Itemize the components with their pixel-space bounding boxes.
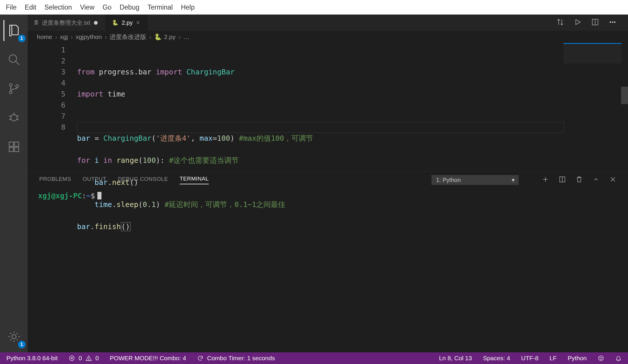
chevron-right-icon: › [71, 33, 73, 40]
svg-point-2 [9, 84, 12, 86]
activity-settings[interactable]: 1 [3, 326, 24, 347]
terminal-selector[interactable]: 1: Python [431, 175, 519, 185]
tab-file-1[interactable]: ≣ 进度条整理大全.txt [28, 15, 106, 31]
panel-tab-problems[interactable]: PROBLEMS [39, 176, 71, 184]
scrollbar-thumb[interactable] [621, 87, 628, 104]
menu-debug[interactable]: Debug [115, 3, 143, 11]
minimap[interactable] [563, 43, 622, 63]
status-encoding[interactable]: UTF-8 [521, 355, 539, 362]
status-error-count: 0 [78, 355, 82, 362]
breadcrumb-item[interactable]: 🐍2.py [154, 33, 176, 40]
status-eol[interactable]: LF [550, 355, 557, 362]
svg-point-33 [599, 356, 604, 361]
status-cursor-position[interactable]: Ln 8, Col 13 [439, 355, 472, 362]
breadcrumb-item[interactable]: … [183, 33, 190, 40]
editor-scrollbar[interactable] [622, 43, 628, 171]
status-indentation[interactable]: Spaces: 4 [483, 355, 510, 362]
svg-point-21 [614, 22, 615, 23]
breadcrumb-item[interactable]: home [37, 33, 52, 40]
activity-run-debug[interactable] [3, 107, 24, 128]
search-icon [8, 53, 20, 66]
code-line: import time [77, 89, 564, 100]
code-line: bar = ChargingBar('进度条4', max=100) #max的… [77, 133, 564, 144]
bug-icon [8, 111, 20, 124]
menu-terminal[interactable]: Terminal [143, 3, 177, 11]
gear-icon [8, 330, 20, 343]
maximize-panel-button[interactable] [593, 176, 600, 184]
status-warning-count: 0 [95, 355, 99, 362]
bell-icon [615, 355, 622, 362]
menu-file[interactable]: File [2, 3, 21, 11]
terminal-prompt-user: xgj@xgj-PC [38, 192, 82, 200]
breadcrumb: home› xgj› xgjpython› 进度条改进版› 🐍2.py› … [28, 31, 628, 43]
status-power-mode[interactable]: POWER MODE!!! Combo: 4 [110, 355, 186, 362]
run-button[interactable] [574, 18, 581, 27]
breadcrumb-item[interactable]: xgjpython [76, 33, 102, 40]
dirty-indicator-icon [94, 21, 98, 25]
ellipsis-icon [609, 18, 616, 26]
menu-help[interactable]: Help [177, 3, 199, 11]
status-combo-timer[interactable]: Combo Timer: 1 seconds [197, 355, 275, 362]
menu-go[interactable]: Go [99, 3, 116, 11]
line-number: 4 [28, 78, 65, 89]
svg-point-0 [9, 55, 17, 63]
line-number: 5 [28, 89, 65, 100]
current-line-highlight [77, 122, 564, 133]
code-line: bar.finish() [77, 221, 564, 232]
line-number: 3 [28, 67, 65, 78]
chevron-right-icon: › [149, 33, 151, 40]
svg-line-8 [17, 116, 19, 117]
status-problems[interactable]: 0 0 [69, 355, 99, 362]
line-number: 1 [28, 44, 65, 56]
chevron-right-icon: › [55, 33, 57, 40]
more-actions-button[interactable] [609, 18, 616, 27]
svg-point-15 [12, 335, 16, 339]
close-tab-icon[interactable]: × [136, 19, 140, 26]
files-icon [8, 24, 20, 37]
terminal-selector-label: 1: Python [436, 177, 461, 183]
editor-body[interactable]: 1 2 3 4 5 6 7 8 from progress.bar import… [28, 43, 628, 171]
split-icon [591, 18, 599, 26]
svg-rect-12 [9, 147, 13, 152]
close-panel-button[interactable] [609, 176, 616, 184]
svg-rect-11 [9, 142, 13, 147]
code-line: from progress.bar import ChargingBar [77, 67, 564, 78]
activity-search[interactable] [3, 49, 24, 70]
status-python-env[interactable]: Python 3.8.0 64-bit [6, 355, 58, 362]
close-icon [609, 176, 616, 183]
tab-file-2[interactable]: 🐍 2.py × [106, 15, 148, 31]
tab-label: 进度条整理大全.txt [42, 19, 90, 27]
chevron-right-icon: › [179, 33, 181, 40]
menu-bar: File Edit Selection View Go Debug Termin… [0, 0, 628, 15]
code-line [77, 111, 564, 122]
menu-selection[interactable]: Selection [40, 3, 76, 11]
svg-line-10 [17, 119, 19, 120]
breadcrumb-item[interactable]: 进度条改进版 [110, 33, 146, 41]
activity-extensions[interactable] [3, 136, 24, 157]
line-number: 6 [28, 100, 65, 111]
kill-terminal-button[interactable] [576, 176, 583, 184]
diff-icon [556, 18, 564, 26]
compare-changes-button[interactable] [556, 18, 564, 27]
svg-point-35 [602, 357, 602, 358]
play-icon [574, 18, 581, 26]
editor-area: ≣ 进度条整理大全.txt 🐍 2.py × home› xgj› xgjpyt… [28, 15, 628, 352]
breadcrumb-item[interactable]: xgj [60, 33, 68, 40]
status-feedback[interactable] [598, 355, 604, 362]
line-number: 8 [28, 122, 65, 133]
status-notifications[interactable] [615, 355, 622, 362]
activity-source-control[interactable] [3, 78, 24, 99]
status-bar: Python 3.8.0 64-bit 0 0 POWER MODE!!! Co… [0, 352, 628, 364]
tab-label: 2.py [122, 19, 133, 26]
editor-tabs: ≣ 进度条整理大全.txt 🐍 2.py × [28, 15, 628, 31]
activity-explorer[interactable]: 1 [3, 20, 24, 41]
sync-icon [197, 355, 204, 362]
code-content[interactable]: from progress.bar import ChargingBar imp… [77, 43, 628, 171]
status-language-mode[interactable]: Python [568, 355, 587, 362]
chevron-up-icon [593, 176, 600, 183]
split-editor-button[interactable] [591, 18, 599, 27]
menu-edit[interactable]: Edit [21, 3, 40, 11]
warning-icon [85, 355, 92, 362]
line-number: 7 [28, 111, 65, 122]
menu-view[interactable]: View [76, 3, 98, 11]
